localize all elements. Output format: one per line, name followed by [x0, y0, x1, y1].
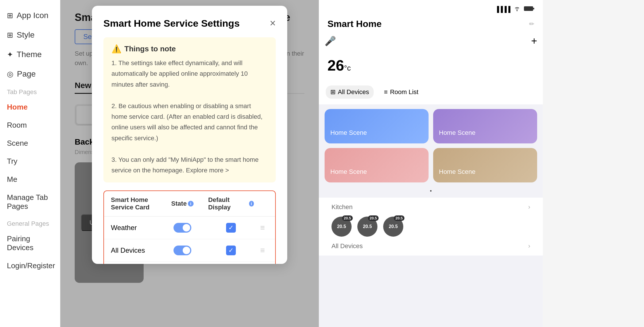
settings-modal: Smart Home Service Settings × ⚠️ Things …	[92, 6, 287, 264]
phone-home-header: 26°c	[319, 50, 543, 80]
temperature-display: 26°c	[327, 57, 351, 74]
signal-icon: ▐▐▐▐	[495, 6, 510, 13]
device-card-0[interactable]: Home Scene	[325, 109, 429, 143]
sidebar-item-room[interactable]: Room	[0, 116, 60, 134]
phone-all-devices-item[interactable]: ⊞ All Devices	[326, 85, 374, 99]
edit-icon[interactable]: ✏	[529, 20, 534, 28]
add-icon[interactable]: +	[531, 35, 537, 47]
tab-pages-label: Tab Pages	[0, 84, 60, 98]
sidebar-item-app-icon[interactable]: ⊞ App Icon	[0, 6, 60, 25]
sidebar: ⊞ App Icon ⊞ Style ✦ Theme ◎ Page Tab Pa…	[0, 0, 60, 327]
device-card-3[interactable]: Home Scene	[433, 148, 537, 182]
device-circle-1[interactable]: 20.5 20.5	[357, 217, 377, 237]
small-circles-row: 20.5 20.5 20.5 20.5 20.5 20.5	[325, 214, 537, 240]
table-row: Room List ✓ ≡	[104, 262, 275, 264]
phone-nav-bar: ⊞ All Devices ≡ Room List	[319, 80, 543, 104]
phone-room-list-item[interactable]: ≡ Room List	[379, 85, 423, 99]
phone-status-bar: ▐▐▐▐	[319, 0, 543, 16]
modal-title: Smart Home Service Settings	[103, 18, 240, 29]
device-card-label: Home Scene	[330, 129, 423, 137]
sidebar-item-page[interactable]: ◎ Page	[0, 64, 60, 84]
device-badge-2: 20.5	[394, 215, 404, 221]
weather-drag-handle[interactable]: ≡	[257, 223, 268, 232]
notice-header: ⚠️ Things to note	[111, 44, 268, 54]
modal-overlay: Smart Home Service Settings × ⚠️ Things …	[60, 0, 319, 327]
settings-table: Smart Home Service Card State i Default …	[103, 190, 276, 264]
all-devices-toggle[interactable]	[173, 246, 191, 255]
phone-section-all-devices: All Devices ›	[325, 240, 537, 253]
notice-text: 1. The settings take effect dynamically,…	[111, 58, 268, 176]
chevron-right-icon: ›	[528, 203, 530, 211]
sidebar-item-me[interactable]: Me	[0, 170, 60, 188]
col-card-header: Smart Home Service Card	[111, 196, 157, 211]
device-badge-1: 20.5	[368, 215, 379, 221]
section-label-kitchen: Kitchen	[331, 203, 352, 211]
all-devices-checkbox[interactable]: ✓	[226, 246, 236, 255]
phone-title: Smart Home	[327, 19, 382, 29]
col-display-header: Default Display i	[208, 196, 254, 211]
device-badge-0: 20.5	[342, 215, 353, 221]
table-row: Weather ✓ ≡	[104, 217, 275, 239]
modal-close-button[interactable]: ×	[270, 17, 276, 29]
device-cards-grid: Home Scene Home Scene Home Scene Home Sc…	[319, 104, 543, 187]
device-card-2[interactable]: Home Scene	[325, 148, 429, 182]
pagination-dot: •	[319, 187, 543, 195]
weather-checkbox[interactable]: ✓	[226, 223, 236, 233]
modal-header: Smart Home Service Settings ×	[103, 17, 276, 29]
style-icon: ⊞	[7, 31, 13, 40]
state-info-icon: i	[188, 201, 194, 207]
section-label-all-devices: All Devices	[331, 242, 363, 250]
sidebar-item-home[interactable]: Home	[0, 98, 60, 116]
device-card-label: Home Scene	[330, 168, 423, 176]
phone-section-kitchen: Kitchen ›	[325, 201, 537, 214]
all-devices-icon: ⊞	[330, 88, 336, 96]
main-content: Smart Home Service Settings on Homepage …	[60, 0, 319, 327]
mic-icon[interactable]: 🎤	[325, 36, 336, 46]
sidebar-item-style[interactable]: ⊞ Style	[0, 25, 60, 45]
device-card-1[interactable]: Home Scene	[433, 109, 537, 143]
card-label-all-devices: All Devices	[111, 246, 157, 254]
warning-icon: ⚠️	[111, 44, 122, 54]
svg-rect-1	[533, 8, 534, 9]
page-icon: ◎	[7, 70, 14, 79]
sidebar-item-scene[interactable]: Scene	[0, 134, 60, 152]
svg-rect-0	[524, 6, 533, 11]
phone-preview-panel: ▐▐▐▐ Smart Home ✏ 🎤 + 26°c ⊞ All Devices	[319, 0, 543, 327]
sidebar-item-label: Theme	[17, 50, 42, 59]
display-info-icon: i	[249, 201, 254, 207]
sidebar-item-theme[interactable]: ✦ Theme	[0, 45, 60, 64]
sidebar-item-manage[interactable]: Manage Tab Pages	[0, 188, 60, 215]
wifi-icon	[514, 6, 520, 13]
table-row: All Devices ✓ ≡	[104, 239, 275, 262]
table-header: Smart Home Service Card State i Default …	[104, 191, 275, 217]
sidebar-item-label: Page	[17, 69, 36, 79]
sidebar-item-label: App Icon	[17, 11, 49, 20]
battery-icon	[524, 6, 534, 13]
sidebar-item-try[interactable]: Try	[0, 152, 60, 170]
phone-screen: 26°c ⊞ All Devices ≡ Room List Home Scen…	[319, 50, 543, 327]
weather-toggle[interactable]	[173, 223, 191, 233]
device-card-label: Home Scene	[439, 168, 531, 176]
sidebar-item-label: Style	[17, 30, 34, 40]
col-state-header: State i	[159, 196, 205, 211]
phone-top-bar: Smart Home ✏	[319, 16, 543, 35]
device-circle-0[interactable]: 20.5 20.5	[331, 217, 352, 237]
sidebar-item-pairing[interactable]: Pairing Devices	[0, 230, 60, 257]
general-pages-label: General Pages	[0, 215, 60, 230]
all-devices-drag-handle[interactable]: ≡	[257, 246, 268, 255]
notice-box: ⚠️ Things to note 1. The settings take e…	[103, 37, 276, 182]
theme-icon: ✦	[7, 50, 13, 59]
sidebar-item-login[interactable]: Login/Register	[0, 257, 60, 275]
room-list-icon: ≡	[384, 88, 388, 96]
chevron-right-icon-2: ›	[528, 242, 530, 250]
device-circle-2[interactable]: 20.5 20.5	[383, 217, 403, 237]
app-icon-icon: ⊞	[7, 11, 13, 20]
card-label-weather: Weather	[111, 224, 157, 232]
device-card-label: Home Scene	[439, 129, 531, 137]
